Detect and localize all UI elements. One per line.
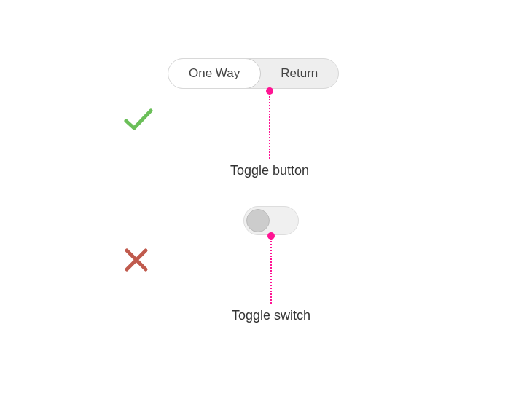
segment-one-way[interactable]: One Way bbox=[168, 58, 261, 89]
example-bad-label: Toggle switch bbox=[232, 308, 310, 323]
segment-return[interactable]: Return bbox=[260, 59, 338, 88]
callout-line bbox=[269, 93, 270, 159]
segment-label: Return bbox=[281, 66, 318, 81]
cross-icon bbox=[124, 248, 149, 275]
example-good-label: Toggle button bbox=[230, 163, 309, 178]
callout-line bbox=[270, 238, 272, 304]
segment-label: One Way bbox=[189, 66, 240, 81]
toggle-knob bbox=[246, 209, 270, 232]
trip-type-toggle[interactable]: One Way Return bbox=[168, 58, 339, 89]
segmented-toggle-control: One Way Return bbox=[168, 58, 339, 89]
checkmark-icon bbox=[124, 108, 153, 135]
toggle-switch[interactable] bbox=[243, 206, 299, 235]
